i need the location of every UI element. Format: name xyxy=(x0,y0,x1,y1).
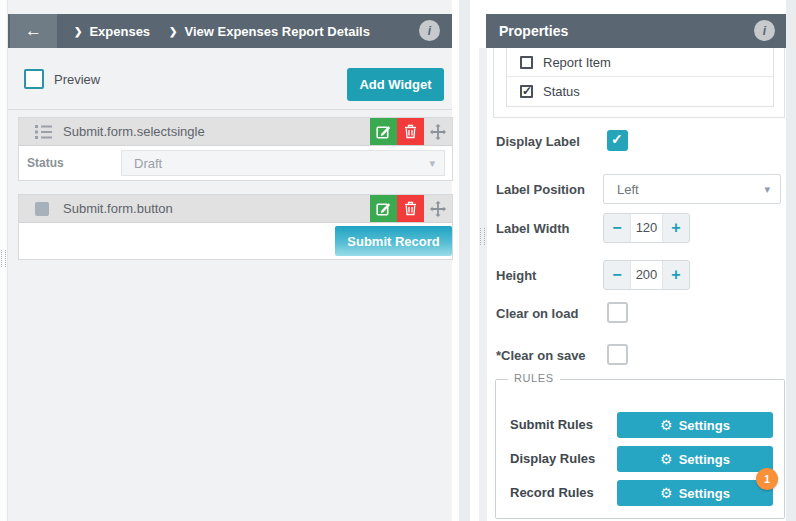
clear-on-load-label: Clear on load xyxy=(496,306,578,321)
increment-button[interactable]: + xyxy=(663,214,689,242)
widget-card-selectsingle[interactable]: Submit.form.selectsingle xyxy=(18,117,453,181)
label-width-value[interactable]: 120 xyxy=(630,214,663,242)
widget-header[interactable]: Submit.form.button xyxy=(19,195,452,223)
display-label-checkbox[interactable] xyxy=(607,130,628,151)
submit-rules-settings-button[interactable]: ⚙ Settings xyxy=(617,412,773,438)
rules-fieldset: RULES Submit Rules ⚙ Settings Display Ru… xyxy=(495,379,785,519)
settings-button-label: Settings xyxy=(679,418,730,433)
preview-checkbox[interactable] xyxy=(24,69,44,89)
chevron-down-icon: ▾ xyxy=(429,157,435,170)
chevron-right-icon: ❯ xyxy=(74,26,82,37)
option-label: Report Item xyxy=(543,48,611,77)
drag-handle-icon[interactable] xyxy=(480,228,485,245)
record-rules-row: Record Rules ⚙ Settings 1 xyxy=(496,480,784,506)
status-field-label: Status xyxy=(27,146,64,181)
preview-label: Preview xyxy=(54,72,100,87)
back-arrow-icon: ← xyxy=(25,21,42,41)
edit-widget-button[interactable] xyxy=(370,118,397,145)
option-report-item[interactable]: Report Item xyxy=(507,48,773,77)
form-canvas-panel: ← ❯ Expenses ❯ View Expenses Report Deta… xyxy=(8,0,452,521)
widget-card-button[interactable]: Submit.form.button xyxy=(18,194,453,260)
status-checkbox[interactable] xyxy=(520,85,533,98)
edit-icon xyxy=(376,124,391,139)
chevron-right-icon: ❯ xyxy=(169,26,177,37)
properties-panel: Report Item Status Display Label Label P… xyxy=(487,48,786,521)
chevron-down-icon: ▾ xyxy=(764,183,770,196)
clear-on-save-checkbox[interactable] xyxy=(607,344,628,365)
display-rules-label: Display Rules xyxy=(510,446,595,472)
move-widget-handle[interactable] xyxy=(425,118,451,145)
list-icon xyxy=(35,125,52,139)
trash-icon xyxy=(404,124,417,139)
submit-rules-label: Submit Rules xyxy=(510,412,593,438)
notification-badge[interactable]: 1 xyxy=(756,468,778,490)
breadcrumb-label: View Expenses Report Details xyxy=(184,24,369,39)
label-position-label: Label Position xyxy=(496,182,585,197)
gear-icon: ⚙ xyxy=(660,451,673,467)
widget-title: Submit.form.selectsingle xyxy=(63,124,205,139)
properties-title: Properties xyxy=(499,14,568,48)
display-rules-row: Display Rules ⚙ Settings xyxy=(496,446,784,472)
display-rules-settings-button[interactable]: ⚙ Settings xyxy=(617,446,773,472)
label-width-label: Label Width xyxy=(496,221,570,236)
right-resize-gutter[interactable] xyxy=(786,0,796,521)
info-icon[interactable]: i xyxy=(754,20,775,41)
left-resize-gutter[interactable] xyxy=(0,0,8,521)
move-icon xyxy=(430,201,446,217)
rules-legend: RULES xyxy=(508,372,560,384)
widget-title: Submit.form.button xyxy=(63,201,173,216)
edit-widget-button[interactable] xyxy=(370,195,397,222)
decrement-button[interactable]: − xyxy=(604,261,630,289)
drag-handle-icon[interactable] xyxy=(1,250,6,267)
label-position-select[interactable]: Left ▾ xyxy=(603,174,781,204)
label-width-stepper: − 120 + xyxy=(603,213,690,243)
gear-icon: ⚙ xyxy=(660,485,673,501)
settings-button-label: Settings xyxy=(679,486,730,501)
status-select-value: Draft xyxy=(134,156,162,171)
widget-header[interactable]: Submit.form.selectsingle xyxy=(19,118,452,146)
option-status[interactable]: Status xyxy=(507,77,773,107)
delete-widget-button[interactable] xyxy=(397,118,424,145)
submit-record-button[interactable]: Submit Record xyxy=(335,226,452,256)
edit-icon xyxy=(376,201,391,216)
height-label: Height xyxy=(496,268,536,283)
decrement-button[interactable]: − xyxy=(604,214,630,242)
panel-splitter-gutter[interactable] xyxy=(459,0,470,521)
label-position-value: Left xyxy=(617,182,639,197)
properties-header: Properties i xyxy=(486,14,786,48)
clear-on-load-checkbox[interactable] xyxy=(607,302,628,323)
delete-widget-button[interactable] xyxy=(397,195,424,222)
clear-on-save-label: *Clear on save xyxy=(496,348,586,363)
breadcrumb-label: Expenses xyxy=(89,24,150,39)
option-label: Status xyxy=(543,77,580,106)
settings-button-label: Settings xyxy=(679,452,730,467)
breadcrumb-item-view-report[interactable]: ❯ View Expenses Report Details xyxy=(169,24,370,39)
breadcrumb: ❯ Expenses ❯ View Expenses Report Detail… xyxy=(74,14,384,48)
submit-rules-row: Submit Rules ⚙ Settings xyxy=(496,412,784,438)
widget-body: Submit Record xyxy=(19,223,452,260)
field-options-container: Report Item Status xyxy=(493,48,785,118)
increment-button[interactable]: + xyxy=(663,261,689,289)
breadcrumb-bar: ← ❯ Expenses ❯ View Expenses Report Deta… xyxy=(8,14,452,48)
widget-body: Status Draft ▾ xyxy=(19,146,452,181)
properties-scrollbar[interactable] xyxy=(479,48,487,521)
gear-icon: ⚙ xyxy=(660,417,673,433)
move-widget-handle[interactable] xyxy=(425,195,451,222)
info-icon[interactable]: i xyxy=(419,20,440,41)
breadcrumb-item-expenses[interactable]: ❯ Expenses xyxy=(74,24,150,39)
record-rules-label: Record Rules xyxy=(510,480,594,506)
height-stepper: − 200 + xyxy=(603,260,690,290)
report-item-checkbox[interactable] xyxy=(520,56,533,69)
display-label-label: Display Label xyxy=(496,134,580,149)
height-value[interactable]: 200 xyxy=(630,261,663,289)
move-icon xyxy=(430,124,446,140)
status-select[interactable]: Draft ▾ xyxy=(121,150,445,176)
button-widget-icon xyxy=(35,202,49,216)
back-button[interactable]: ← xyxy=(10,14,57,48)
trash-icon xyxy=(404,201,417,216)
field-options-list: Report Item Status xyxy=(506,48,774,107)
record-rules-settings-button[interactable]: ⚙ Settings xyxy=(617,480,773,506)
canvas-toolbar: Preview Add Widget xyxy=(8,48,452,110)
add-widget-button[interactable]: Add Widget xyxy=(347,68,444,101)
